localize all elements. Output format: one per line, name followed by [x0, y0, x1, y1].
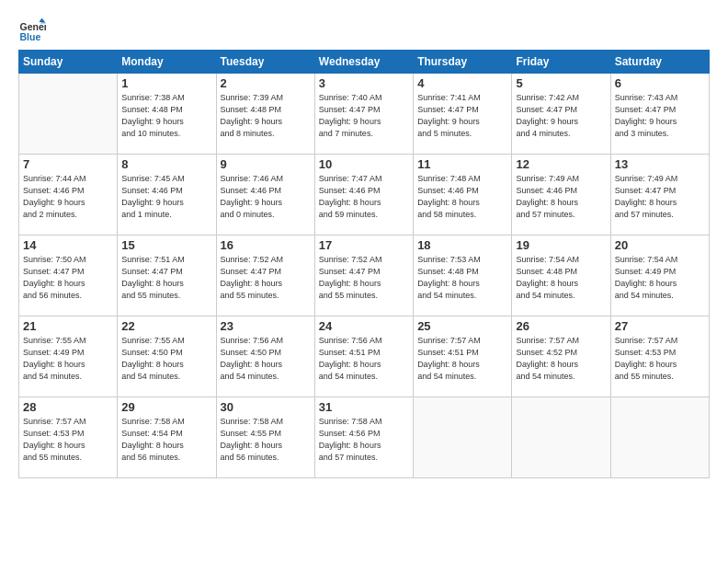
cell-info: Sunrise: 7:52 AM Sunset: 4:47 PM Dayligh… — [319, 254, 409, 302]
calendar-cell: 6Sunrise: 7:43 AM Sunset: 4:47 PM Daylig… — [610, 74, 709, 155]
calendar-cell — [19, 74, 118, 155]
cell-info: Sunrise: 7:55 AM Sunset: 4:50 PM Dayligh… — [121, 335, 211, 383]
calendar-cell: 11Sunrise: 7:48 AM Sunset: 4:46 PM Dayli… — [414, 155, 512, 236]
cell-info: Sunrise: 7:57 AM Sunset: 4:52 PM Dayligh… — [516, 335, 606, 383]
calendar-header-row: SundayMondayTuesdayWednesdayThursdayFrid… — [19, 51, 710, 74]
cell-info: Sunrise: 7:49 AM Sunset: 4:47 PM Dayligh… — [615, 173, 705, 221]
calendar-table: SundayMondayTuesdayWednesdayThursdayFrid… — [18, 50, 710, 478]
calendar-cell: 25Sunrise: 7:57 AM Sunset: 4:51 PM Dayli… — [414, 316, 512, 397]
calendar-cell: 20Sunrise: 7:54 AM Sunset: 4:49 PM Dayli… — [610, 236, 709, 316]
day-number: 26 — [516, 319, 606, 333]
day-number: 14 — [23, 238, 113, 252]
calendar-cell — [512, 397, 610, 478]
calendar-cell — [414, 397, 512, 478]
cell-info: Sunrise: 7:50 AM Sunset: 4:47 PM Dayligh… — [23, 254, 113, 302]
day-number: 3 — [319, 76, 409, 90]
calendar-cell: 2Sunrise: 7:39 AM Sunset: 4:48 PM Daylig… — [216, 74, 314, 155]
calendar-cell: 29Sunrise: 7:58 AM Sunset: 4:54 PM Dayli… — [118, 397, 216, 478]
logo: General Blue — [18, 17, 50, 44]
calendar-cell: 10Sunrise: 7:47 AM Sunset: 4:46 PM Dayli… — [314, 155, 413, 236]
day-number: 29 — [121, 400, 211, 414]
svg-text:Blue: Blue — [20, 31, 41, 42]
calendar-week-row: 28Sunrise: 7:57 AM Sunset: 4:53 PM Dayli… — [19, 397, 710, 478]
day-number: 10 — [319, 157, 409, 171]
cell-info: Sunrise: 7:49 AM Sunset: 4:46 PM Dayligh… — [516, 173, 606, 221]
calendar-cell: 1Sunrise: 7:38 AM Sunset: 4:48 PM Daylig… — [118, 74, 216, 155]
header-day-wednesday: Wednesday — [314, 51, 413, 74]
cell-info: Sunrise: 7:48 AM Sunset: 4:46 PM Dayligh… — [417, 173, 507, 221]
cell-info: Sunrise: 7:58 AM Sunset: 4:54 PM Dayligh… — [121, 416, 211, 464]
cell-info: Sunrise: 7:57 AM Sunset: 4:53 PM Dayligh… — [23, 416, 113, 464]
calendar-week-row: 1Sunrise: 7:38 AM Sunset: 4:48 PM Daylig… — [19, 74, 710, 155]
cell-info: Sunrise: 7:46 AM Sunset: 4:46 PM Dayligh… — [221, 173, 311, 221]
cell-info: Sunrise: 7:57 AM Sunset: 4:51 PM Dayligh… — [417, 335, 507, 383]
day-number: 25 — [417, 319, 507, 333]
calendar-cell: 13Sunrise: 7:49 AM Sunset: 4:47 PM Dayli… — [610, 155, 709, 236]
cell-info: Sunrise: 7:55 AM Sunset: 4:49 PM Dayligh… — [23, 335, 113, 383]
logo-icon: General Blue — [18, 17, 46, 44]
day-number: 12 — [516, 157, 606, 171]
day-number: 15 — [121, 238, 211, 252]
cell-info: Sunrise: 7:54 AM Sunset: 4:49 PM Dayligh… — [615, 254, 705, 302]
calendar-cell: 17Sunrise: 7:52 AM Sunset: 4:47 PM Dayli… — [314, 236, 413, 316]
calendar-cell: 23Sunrise: 7:56 AM Sunset: 4:50 PM Dayli… — [216, 316, 314, 397]
cell-info: Sunrise: 7:39 AM Sunset: 4:48 PM Dayligh… — [221, 92, 311, 140]
header-day-tuesday: Tuesday — [216, 51, 314, 74]
day-number: 30 — [221, 400, 311, 414]
day-number: 9 — [221, 157, 311, 171]
calendar-cell: 3Sunrise: 7:40 AM Sunset: 4:47 PM Daylig… — [314, 74, 413, 155]
calendar-cell: 15Sunrise: 7:51 AM Sunset: 4:47 PM Dayli… — [118, 236, 216, 316]
cell-info: Sunrise: 7:42 AM Sunset: 4:47 PM Dayligh… — [516, 92, 606, 140]
day-number: 18 — [417, 238, 507, 252]
day-number: 24 — [319, 319, 409, 333]
day-number: 22 — [121, 319, 211, 333]
header-day-saturday: Saturday — [610, 51, 709, 74]
cell-info: Sunrise: 7:41 AM Sunset: 4:47 PM Dayligh… — [417, 92, 507, 140]
calendar-cell: 7Sunrise: 7:44 AM Sunset: 4:46 PM Daylig… — [19, 155, 118, 236]
calendar-cell — [610, 397, 709, 478]
cell-info: Sunrise: 7:43 AM Sunset: 4:47 PM Dayligh… — [615, 92, 705, 140]
calendar-cell: 5Sunrise: 7:42 AM Sunset: 4:47 PM Daylig… — [512, 74, 610, 155]
calendar-week-row: 7Sunrise: 7:44 AM Sunset: 4:46 PM Daylig… — [19, 155, 710, 236]
day-number: 8 — [121, 157, 211, 171]
page: General Blue SundayMondayTuesdayWednesda… — [0, 0, 728, 563]
day-number: 21 — [23, 319, 113, 333]
calendar-cell: 8Sunrise: 7:45 AM Sunset: 4:46 PM Daylig… — [118, 155, 216, 236]
header-day-thursday: Thursday — [414, 51, 512, 74]
day-number: 23 — [221, 319, 311, 333]
cell-info: Sunrise: 7:58 AM Sunset: 4:56 PM Dayligh… — [319, 416, 409, 464]
cell-info: Sunrise: 7:57 AM Sunset: 4:53 PM Dayligh… — [615, 335, 705, 383]
calendar-cell: 9Sunrise: 7:46 AM Sunset: 4:46 PM Daylig… — [216, 155, 314, 236]
header-day-friday: Friday — [512, 51, 610, 74]
day-number: 17 — [319, 238, 409, 252]
cell-info: Sunrise: 7:44 AM Sunset: 4:46 PM Dayligh… — [23, 173, 113, 221]
calendar-cell: 18Sunrise: 7:53 AM Sunset: 4:48 PM Dayli… — [414, 236, 512, 316]
calendar-cell: 14Sunrise: 7:50 AM Sunset: 4:47 PM Dayli… — [19, 236, 118, 316]
day-number: 20 — [615, 238, 705, 252]
cell-info: Sunrise: 7:38 AM Sunset: 4:48 PM Dayligh… — [121, 92, 211, 140]
day-number: 31 — [319, 400, 409, 414]
day-number: 16 — [221, 238, 311, 252]
day-number: 19 — [516, 238, 606, 252]
day-number: 6 — [615, 76, 705, 90]
day-number: 28 — [23, 400, 113, 414]
day-number: 11 — [417, 157, 507, 171]
day-number: 7 — [23, 157, 113, 171]
cell-info: Sunrise: 7:45 AM Sunset: 4:46 PM Dayligh… — [121, 173, 211, 221]
cell-info: Sunrise: 7:56 AM Sunset: 4:51 PM Dayligh… — [319, 335, 409, 383]
calendar-week-row: 21Sunrise: 7:55 AM Sunset: 4:49 PM Dayli… — [19, 316, 710, 397]
header-day-sunday: Sunday — [19, 51, 118, 74]
calendar-week-row: 14Sunrise: 7:50 AM Sunset: 4:47 PM Dayli… — [19, 236, 710, 316]
day-number: 27 — [615, 319, 705, 333]
calendar-cell: 24Sunrise: 7:56 AM Sunset: 4:51 PM Dayli… — [314, 316, 413, 397]
calendar-cell: 19Sunrise: 7:54 AM Sunset: 4:48 PM Dayli… — [512, 236, 610, 316]
cell-info: Sunrise: 7:53 AM Sunset: 4:48 PM Dayligh… — [417, 254, 507, 302]
calendar-cell: 31Sunrise: 7:58 AM Sunset: 4:56 PM Dayli… — [314, 397, 413, 478]
cell-info: Sunrise: 7:56 AM Sunset: 4:50 PM Dayligh… — [221, 335, 311, 383]
cell-info: Sunrise: 7:58 AM Sunset: 4:55 PM Dayligh… — [221, 416, 311, 464]
cell-info: Sunrise: 7:54 AM Sunset: 4:48 PM Dayligh… — [516, 254, 606, 302]
day-number: 2 — [221, 76, 311, 90]
header-day-monday: Monday — [118, 51, 216, 74]
day-number: 1 — [121, 76, 211, 90]
cell-info: Sunrise: 7:52 AM Sunset: 4:47 PM Dayligh… — [221, 254, 311, 302]
